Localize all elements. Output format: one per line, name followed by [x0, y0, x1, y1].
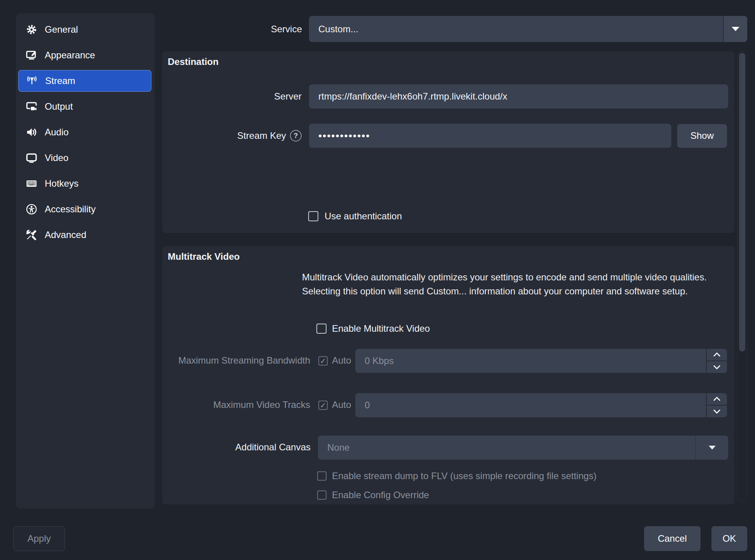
config-override-checkbox[interactable] — [317, 490, 327, 500]
multitrack-video-panel: Multitrack Video Multitrack Video automa… — [162, 246, 734, 504]
max-bandwidth-auto-checkbox[interactable] — [318, 356, 328, 366]
service-select[interactable]: Custom... — [309, 16, 747, 42]
sidebar-item-label: Accessibility — [45, 204, 96, 215]
scrollbar-track[interactable] — [737, 51, 747, 501]
video-icon — [25, 152, 38, 164]
chevron-down-icon — [731, 26, 740, 32]
sidebar-item-accessibility[interactable]: Accessibility — [18, 198, 151, 220]
multitrack-title: Multitrack Video — [168, 251, 240, 262]
ok-button-label: OK — [723, 533, 736, 544]
accessibility-icon — [25, 203, 38, 215]
flv-dump-label: Enable stream dump to FLV (uses simple r… — [332, 471, 597, 481]
server-input-value: rtmps://fanfixdev-lehx6oh7.rtmp.livekit.… — [318, 91, 507, 102]
max-tracks-spinner[interactable]: 0 — [355, 393, 727, 417]
flv-dump-checkbox[interactable] — [317, 471, 327, 481]
server-row: Server rtmps://fanfixdev-lehx6oh7.rtmp.l… — [162, 84, 728, 108]
sidebar-item-stream[interactable]: Stream — [18, 70, 151, 92]
advanced-tools-icon — [25, 229, 38, 241]
use-authentication-checkbox[interactable] — [308, 211, 318, 221]
stream-key-masked-value: •••••••••••• — [318, 130, 370, 142]
max-bandwidth-auto-label: Auto — [332, 355, 351, 366]
sidebar-item-advanced[interactable]: Advanced — [18, 224, 151, 246]
max-bandwidth-value: 0 Kbps — [365, 349, 394, 373]
spin-up-button[interactable] — [707, 393, 727, 405]
appearance-icon — [25, 49, 38, 61]
destination-panel: Destination Server rtmps://fanfixdev-leh… — [162, 51, 734, 233]
max-tracks-spin-buttons — [706, 393, 727, 417]
destination-title: Destination — [168, 56, 219, 67]
multitrack-description: Multitrack Video automatically optimizes… — [302, 270, 731, 298]
sidebar-item-audio[interactable]: Audio — [18, 121, 151, 143]
sidebar-item-label: Output — [45, 101, 73, 112]
ok-button[interactable]: OK — [711, 526, 747, 551]
server-input[interactable]: rtmps://fanfixdev-lehx6oh7.rtmp.livekit.… — [309, 84, 728, 108]
sidebar-item-label: Video — [45, 152, 68, 163]
sidebar-item-label: Stream — [45, 75, 75, 86]
additional-canvas-value: None — [327, 442, 349, 453]
max-tracks-row: Maximum Video Tracks Auto 0 — [162, 393, 728, 417]
use-authentication-row: Use authentication — [308, 211, 402, 222]
config-override-label: Enable Config Override — [332, 490, 429, 500]
sidebar-item-appearance[interactable]: Appearance — [18, 44, 151, 66]
stream-key-label-group: Stream Key ? — [162, 130, 302, 142]
audio-icon — [25, 126, 38, 138]
sidebar-item-label: Audio — [45, 127, 68, 138]
stream-key-label: Stream Key — [237, 130, 286, 141]
service-label: Service — [0, 24, 302, 35]
max-tracks-auto-checkbox[interactable] — [318, 401, 328, 410]
chevron-up-icon — [713, 352, 721, 357]
chevron-down-icon — [713, 409, 721, 414]
stream-icon — [26, 75, 38, 87]
help-icon[interactable]: ? — [290, 130, 302, 142]
config-override-row: Enable Config Override — [317, 490, 429, 500]
sidebar-item-label: Appearance — [45, 50, 95, 61]
additional-canvas-label: Additional Canvas — [162, 442, 311, 453]
cancel-button-label: Cancel — [658, 533, 687, 544]
hotkeys-icon — [25, 177, 38, 190]
settings-sidebar: General Appearance Stream Output Audio V… — [16, 13, 155, 509]
additional-canvas-row: Additional Canvas None — [162, 436, 728, 460]
max-bandwidth-spin-buttons — [706, 349, 727, 373]
apply-button-label: Apply — [27, 533, 51, 544]
sidebar-item-output[interactable]: Output — [18, 96, 151, 117]
apply-button[interactable]: Apply — [13, 526, 65, 551]
chevron-up-icon — [713, 397, 721, 401]
server-label: Server — [162, 91, 302, 102]
cancel-button[interactable]: Cancel — [644, 526, 701, 551]
enable-multitrack-label: Enable Multitrack Video — [332, 323, 430, 334]
enable-multitrack-row: Enable Multitrack Video — [316, 323, 430, 334]
sidebar-item-label: Hotkeys — [45, 178, 79, 189]
spin-down-button[interactable] — [707, 360, 727, 373]
max-bandwidth-row: Maximum Streaming Bandwidth Auto 0 Kbps — [162, 349, 728, 373]
sidebar-item-video[interactable]: Video — [18, 147, 151, 169]
spin-down-button[interactable] — [707, 405, 727, 417]
service-select-value: Custom... — [318, 24, 358, 35]
output-icon — [25, 100, 38, 113]
service-row: Service Custom... — [0, 16, 747, 42]
stream-key-input[interactable]: •••••••••••• — [309, 124, 671, 148]
flv-dump-row: Enable stream dump to FLV (uses simple r… — [317, 471, 597, 481]
max-tracks-value: 0 — [365, 393, 370, 417]
max-bandwidth-label: Maximum Streaming Bandwidth — [162, 355, 310, 366]
use-authentication-label: Use authentication — [325, 211, 402, 222]
scrollbar-thumb[interactable] — [739, 53, 745, 352]
additional-canvas-select[interactable]: None — [318, 436, 728, 460]
enable-multitrack-checkbox[interactable] — [316, 324, 327, 334]
max-bandwidth-spinner[interactable]: 0 Kbps — [355, 349, 727, 373]
stream-key-row: Stream Key ? •••••••••••• Show — [162, 124, 728, 148]
chevron-down-icon — [713, 365, 721, 369]
additional-canvas-arrow-button[interactable] — [695, 436, 728, 460]
chevron-down-icon — [708, 445, 716, 450]
sidebar-item-hotkeys[interactable]: Hotkeys — [18, 173, 151, 194]
service-select-arrow-button[interactable] — [723, 16, 747, 42]
sidebar-item-label: Advanced — [45, 229, 86, 240]
show-button-label: Show — [690, 130, 714, 141]
show-stream-key-button[interactable]: Show — [677, 124, 727, 148]
spin-up-button[interactable] — [707, 349, 727, 360]
max-tracks-label: Maximum Video Tracks — [162, 399, 310, 410]
max-tracks-auto-label: Auto — [332, 399, 351, 410]
